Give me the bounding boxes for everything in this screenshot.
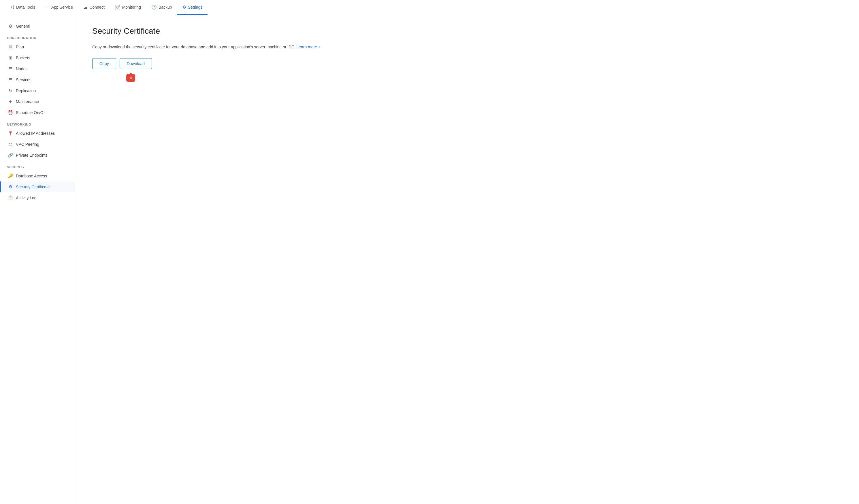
plan-icon: ▤ xyxy=(8,44,13,49)
sidebar-section-security: SECURITY xyxy=(0,161,75,171)
settings-icon: ⚙ xyxy=(182,5,186,10)
sidebar-item-schedule-on-off[interactable]: ⏰ Schedule On/Off xyxy=(0,107,75,118)
sidebar-item-buckets[interactable]: ⊞ Buckets xyxy=(0,52,75,63)
sidebar-section-networking: NETWORKING xyxy=(0,118,75,128)
download-button[interactable]: Download xyxy=(120,58,152,69)
app-service-icon: ▭ xyxy=(46,5,49,10)
sidebar-section-configuration: CONFIGURATION xyxy=(0,32,75,42)
sidebar-item-security-certificate[interactable]: ⚙ Security Certificate xyxy=(0,182,75,192)
sidebar-item-plan[interactable]: ▤ Plan xyxy=(0,42,75,52)
database-access-icon: 🔑 xyxy=(8,173,13,178)
buckets-icon: ⊞ xyxy=(8,55,13,61)
nodes-icon: ☰ xyxy=(8,66,13,72)
connect-icon: ☁ xyxy=(83,5,88,10)
nav-backup[interactable]: 🕐 Backup xyxy=(146,0,177,15)
allowed-ip-icon: 📍 xyxy=(8,131,13,136)
data-tools-icon: ⟨⟩ xyxy=(11,5,14,10)
sidebar-item-replication[interactable]: ↻ Replication xyxy=(0,85,75,96)
schedule-icon: ⏰ xyxy=(8,110,13,115)
sidebar-item-maintenance[interactable]: ✦ Maintenance xyxy=(0,96,75,107)
sidebar-item-allowed-ip[interactable]: 📍 Allowed IP Addresses xyxy=(0,128,75,139)
sidebar-item-services[interactable]: ☰ Services xyxy=(0,74,75,85)
sidebar-item-database-access[interactable]: 🔑 Database Access i xyxy=(0,171,75,182)
security-cert-icon: ⚙ xyxy=(8,184,13,189)
private-endpoints-icon: 🔗 xyxy=(8,153,13,158)
sidebar: ⚙ General CONFIGURATION ▤ Plan ⊞ Buckets… xyxy=(0,15,75,504)
sidebar-item-vpc-peering[interactable]: ◎ VPC Peering xyxy=(0,139,75,150)
nav-app-service[interactable]: ▭ App Service xyxy=(40,0,78,15)
services-icon: ☰ xyxy=(8,77,13,82)
page-title: Security Certificate xyxy=(92,27,842,36)
sidebar-item-general[interactable]: ⚙ General xyxy=(0,21,75,32)
nav-connect[interactable]: ☁ Connect xyxy=(78,0,109,15)
main-layout: ⚙ General CONFIGURATION ▤ Plan ⊞ Buckets… xyxy=(0,15,859,504)
backup-icon: 🕐 xyxy=(151,5,157,10)
vpc-peering-icon: ◎ xyxy=(8,142,13,147)
nav-data-tools[interactable]: ⟨⟩ Data Tools xyxy=(6,0,40,15)
sidebar-item-activity-log[interactable]: 📋 Activity Log xyxy=(0,192,75,203)
action-buttons: Copy Download ii xyxy=(92,58,842,69)
tooltip-ii: ii xyxy=(126,74,135,82)
top-nav: ⟨⟩ Data Tools ▭ App Service ☁ Connect 📈 … xyxy=(0,0,859,15)
copy-button[interactable]: Copy xyxy=(92,58,116,69)
general-icon: ⚙ xyxy=(8,23,13,29)
main-content: Security Certificate Copy or download th… xyxy=(75,15,859,504)
nav-settings[interactable]: ⚙ Settings xyxy=(177,0,208,15)
monitoring-icon: 📈 xyxy=(115,5,120,10)
nav-monitoring[interactable]: 📈 Monitoring xyxy=(110,0,146,15)
maintenance-icon: ✦ xyxy=(8,99,13,104)
sidebar-item-nodes[interactable]: ☰ Nodes xyxy=(0,63,75,74)
activity-log-icon: 📋 xyxy=(8,195,13,201)
content-description: Copy or download the security certificat… xyxy=(92,44,842,50)
replication-icon: ↻ xyxy=(8,88,13,93)
learn-more-link[interactable]: Learn more xyxy=(296,45,320,49)
sidebar-item-private-endpoints[interactable]: 🔗 Private Endpoints xyxy=(0,150,75,161)
